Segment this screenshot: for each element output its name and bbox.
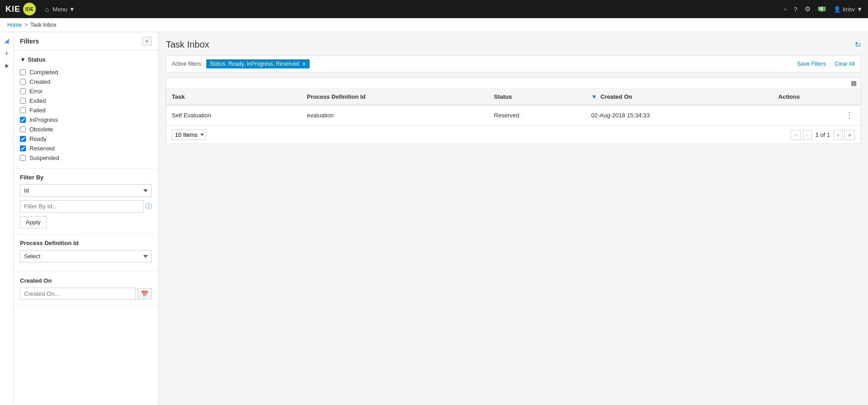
- user-icon: 👤: [834, 6, 841, 13]
- status-list: Completed Created Error Exited: [20, 68, 152, 163]
- menu-button[interactable]: Menu ▼: [53, 6, 75, 13]
- pagination-controls: « ‹ 1 of 1 › »: [790, 130, 855, 140]
- username-label: krisv: [843, 6, 855, 13]
- apply-button[interactable]: Apply: [20, 216, 47, 228]
- items-per-page-select[interactable]: 10 Items 20 Items 50 Items: [172, 130, 206, 140]
- cell-created-on: 02-Aug-2018 15:34:33: [586, 105, 773, 125]
- status-section-title[interactable]: ▼ Status: [20, 56, 152, 63]
- list-item: InProgress: [20, 115, 152, 125]
- table-header-row: Task Process Definition Id Status ▼ Crea…: [166, 89, 860, 105]
- collapse-sidebar-button[interactable]: <: [142, 37, 152, 46]
- created-on-input[interactable]: [20, 288, 136, 300]
- exited-checkbox[interactable]: [20, 98, 26, 104]
- grid-icon[interactable]: ▫: [784, 5, 786, 13]
- kie-logo: KIE: [5, 5, 20, 14]
- col-task: Task: [166, 89, 301, 105]
- cell-process-def: evaluation: [301, 105, 489, 125]
- pagination-row: 10 Items 20 Items 50 Items « ‹ 1 of 1 › …: [166, 125, 860, 144]
- filter-by-select[interactable]: Id Name Description: [20, 184, 152, 197]
- remove-filter-tag[interactable]: ✕: [302, 61, 306, 67]
- col-process-def: Process Definition Id: [301, 89, 489, 105]
- row-actions-button[interactable]: ⋮: [844, 110, 855, 121]
- process-def-select[interactable]: Select: [20, 250, 152, 262]
- filter-tag: Status: Ready, InProgress, Reserved ✕: [206, 59, 310, 68]
- next-page-button[interactable]: ›: [834, 130, 843, 140]
- list-item: Reserved: [20, 144, 152, 153]
- completed-checkbox[interactable]: [20, 69, 26, 75]
- top-nav: KIE IDE ⌂ Menu ▼ ▫ ? ⚙ 💵 👤 krisv ▼: [0, 0, 868, 18]
- created-on-title: Created On: [20, 277, 152, 284]
- active-filters-label: Active filters:: [172, 61, 203, 67]
- status-section: ▼ Status Completed Created: [14, 51, 158, 169]
- filter-title: Filters: [20, 38, 39, 45]
- list-item: Obsolete: [20, 125, 152, 134]
- cell-task: Self Evaluation: [166, 105, 301, 125]
- filter-funnel-icon[interactable]: ◢: [4, 37, 9, 44]
- page-header: Task Inbox ↻: [166, 39, 861, 50]
- prev-page-button[interactable]: ‹: [803, 130, 812, 140]
- logo-area: KIE IDE: [5, 3, 36, 15]
- save-filters-link[interactable]: Save Filters: [797, 61, 826, 67]
- list-item: Exited: [20, 96, 152, 106]
- last-page-button[interactable]: »: [844, 130, 855, 140]
- main-layout: ◢ + ★ Filters < ▼ Status: [0, 32, 868, 405]
- table-container: ▦ Task Process Definition Id Status ▼ Cr…: [166, 77, 861, 144]
- col-status: Status: [489, 89, 586, 105]
- process-def-section: Process Definition Id Select: [14, 234, 158, 272]
- active-filters-row: Active filters: Status: Ready, InProgres…: [166, 55, 861, 72]
- info-icon[interactable]: ⓘ: [145, 202, 152, 211]
- help-icon[interactable]: ?: [794, 5, 797, 13]
- table-toolbar: ▦: [166, 77, 860, 89]
- cell-status: Reserved: [489, 105, 586, 125]
- date-input-row: 📅: [20, 288, 152, 300]
- items-per-page: 10 Items 20 Items 50 Items: [172, 130, 206, 140]
- filter-input-row: ⓘ: [20, 200, 152, 212]
- calendar-icon[interactable]: 📅: [137, 288, 152, 299]
- list-item: Ready: [20, 134, 152, 144]
- list-item: Error: [20, 87, 152, 96]
- sort-icon: ▼: [591, 93, 597, 100]
- task-table: Task Process Definition Id Status ▼ Crea…: [166, 89, 860, 125]
- page-title: Task Inbox: [166, 39, 209, 50]
- nav-right: ▫ ? ⚙ 💵 👤 krisv ▼: [784, 5, 863, 13]
- created-checkbox[interactable]: [20, 79, 26, 85]
- obsolete-checkbox[interactable]: [20, 126, 26, 132]
- breadcrumb: Home > Task Inbox: [0, 18, 868, 32]
- created-on-section: Created On 📅: [14, 272, 158, 306]
- cell-actions: ⋮: [773, 105, 860, 125]
- reserved-checkbox[interactable]: [20, 145, 26, 151]
- settings-icon[interactable]: ⚙: [805, 5, 810, 13]
- ide-badge: IDE: [23, 3, 36, 15]
- breadcrumb-sep: >: [24, 22, 28, 28]
- error-checkbox[interactable]: [20, 88, 26, 94]
- add-icon[interactable]: +: [5, 49, 8, 57]
- user-menu[interactable]: 👤 krisv ▼: [834, 6, 863, 13]
- chevron-down-icon: ▼: [20, 56, 26, 63]
- list-item: Suspended: [20, 153, 152, 163]
- list-item: Completed: [20, 68, 152, 77]
- filter-actions: Save Filters | Clear All: [797, 61, 855, 67]
- refresh-icon[interactable]: ↻: [855, 40, 861, 49]
- home-icon[interactable]: ⌂: [45, 5, 49, 13]
- breadcrumb-home[interactable]: Home: [7, 22, 22, 28]
- first-page-button[interactable]: «: [790, 130, 801, 140]
- clear-all-link[interactable]: Clear All: [834, 61, 855, 67]
- store-icon[interactable]: 💵: [818, 5, 826, 13]
- inprogress-checkbox[interactable]: [20, 117, 26, 123]
- page-info: 1 of 1: [814, 131, 832, 138]
- col-created-on[interactable]: ▼ Created On: [586, 89, 773, 105]
- list-item: Failed: [20, 106, 152, 115]
- sidebar: ◢ + ★ Filters < ▼ Status: [0, 32, 159, 405]
- process-def-title: Process Definition Id: [20, 240, 152, 246]
- filter-id-input[interactable]: [20, 200, 144, 212]
- columns-icon[interactable]: ▦: [851, 79, 857, 87]
- filter-by-section: Filter By Id Name Description ⓘ Apply: [14, 169, 158, 234]
- content-area: Task Inbox ↻ Active filters: Status: Rea…: [159, 32, 868, 405]
- star-icon[interactable]: ★: [4, 62, 10, 69]
- ready-checkbox[interactable]: [20, 136, 26, 142]
- breadcrumb-current: Task Inbox: [30, 22, 56, 28]
- sidebar-icon-strip: ◢ + ★: [0, 32, 14, 405]
- failed-checkbox[interactable]: [20, 107, 26, 113]
- suspended-checkbox[interactable]: [20, 155, 26, 161]
- filter-by-title: Filter By: [20, 174, 152, 181]
